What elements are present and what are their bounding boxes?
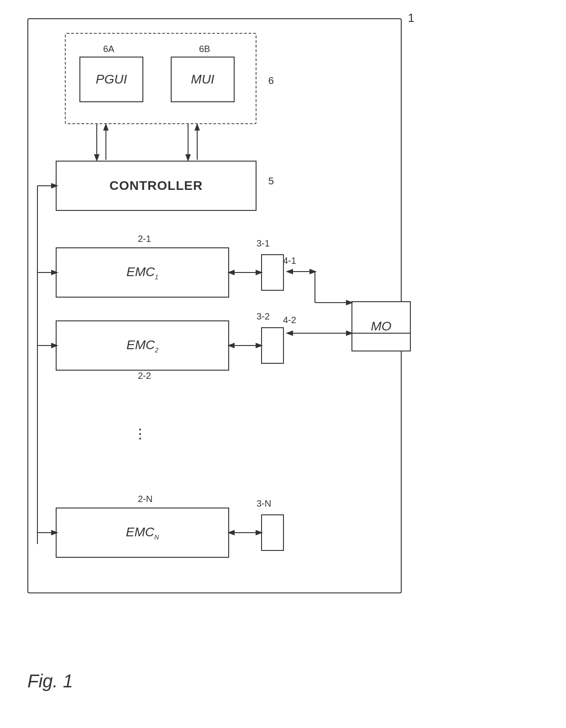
- main-diagram-box: 1 6A PGUI 6B MUI 6 CONTROLLER 5 EMC1: [27, 18, 402, 593]
- label-4-2: 4-2: [283, 315, 296, 325]
- label-3-2: 3-2: [257, 311, 270, 322]
- emcn-box: EMCN: [56, 508, 229, 558]
- emc1-sub: 1: [155, 273, 158, 280]
- mo-box: MO: [351, 301, 411, 351]
- label-2-2: 2-2: [138, 371, 151, 381]
- page: 1 6A PGUI 6B MUI 6 CONTROLLER 5 EMC1: [0, 0, 566, 728]
- pgui-box: 6A PGUI: [79, 57, 143, 102]
- emcn-sub: N: [154, 533, 159, 540]
- mui-box: 6B MUI: [171, 57, 235, 102]
- emc1-box: EMC1: [56, 247, 229, 298]
- controller-box: CONTROLLER 5: [56, 161, 257, 211]
- mo-label: MO: [371, 319, 391, 334]
- label-6a: 6A: [103, 44, 114, 54]
- pgui-label: PGUI: [96, 72, 127, 87]
- continuation-dots: ⋮: [133, 425, 148, 441]
- label-6b: 6B: [199, 44, 210, 54]
- switchn-box: [261, 514, 284, 551]
- label-2-n: 2-N: [138, 494, 152, 504]
- emc2-sub: 2: [155, 346, 158, 353]
- controller-label: CONTROLLER: [110, 178, 203, 193]
- label-3-n: 3-N: [257, 498, 271, 509]
- emc1-label: EMC1: [126, 265, 158, 281]
- emcn-label: EMCN: [126, 525, 159, 541]
- label-2-1: 2-1: [138, 234, 151, 244]
- mui-label: MUI: [191, 72, 214, 87]
- label-4-1: 4-1: [283, 256, 296, 266]
- switch2-box: [261, 327, 284, 364]
- label-1: 1: [408, 11, 414, 25]
- figure-label: Fig. 1: [27, 671, 73, 691]
- emc2-box: EMC2: [56, 320, 229, 371]
- emc2-label: EMC2: [126, 338, 158, 354]
- label-5: 5: [268, 175, 274, 187]
- label-6: 6: [268, 75, 274, 87]
- switch1-box: [261, 254, 284, 291]
- label-3-1: 3-1: [257, 238, 270, 249]
- group-6-box: 6A PGUI 6B MUI 6: [65, 33, 257, 124]
